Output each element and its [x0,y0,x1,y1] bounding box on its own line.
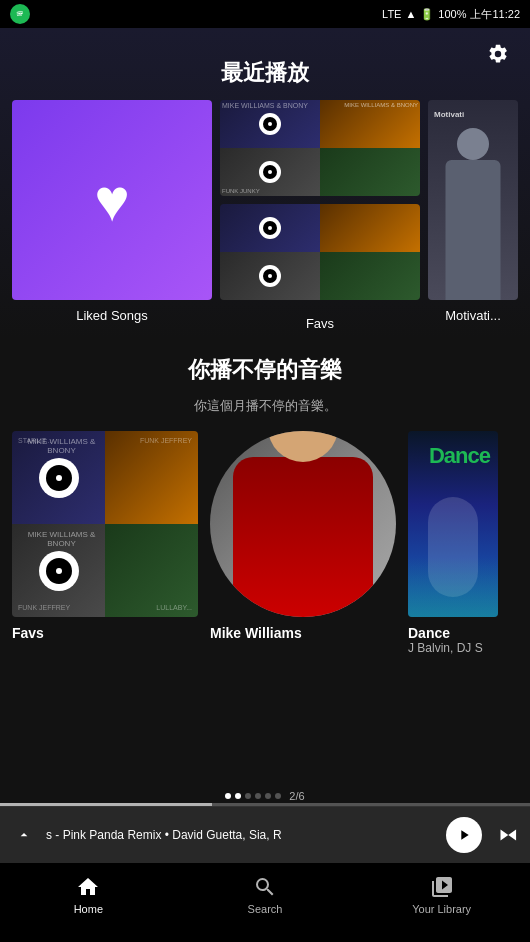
liked-songs-label: Liked Songs [12,308,212,323]
mike-williams-label: Mike Williams [210,625,396,641]
collapse-button[interactable] [12,823,36,847]
liked-songs-background: ♥ [12,100,212,300]
play-pause-button[interactable] [446,817,482,853]
now-playing-bar[interactable]: s - Pink Panda Remix • David Guetta, Sia… [0,806,530,862]
nav-item-home[interactable]: Home [0,875,177,915]
favs-bottom-art [220,204,420,300]
signal-icon: ▲ [405,8,416,20]
spotify-logo [10,4,30,24]
you-play-grid: MIKE WILLIAMS & BNONY FUNK JEFFREY LULLA… [12,431,518,659]
play-item-favs-art: MIKE WILLIAMS & BNONY FUNK JEFFREY LULLA… [12,431,198,617]
bottom-nav: Home Search Your Library [0,862,530,942]
recently-item-liked-songs[interactable]: ♥ Liked Songs [12,100,212,331]
nav-item-search[interactable]: Search [177,875,354,915]
favs-top-art: MIKE WILLIAMS & BNONY FUNK JUNKY [220,100,420,196]
recently-played-title: 最近播放 [12,58,518,88]
nav-item-library[interactable]: Your Library [353,875,530,915]
main-content: 最近播放 ♥ Liked Songs [0,28,530,806]
library-icon [430,875,454,899]
dot-2 [235,793,241,799]
now-playing-track: s - Pink Panda Remix • David Guetta, Sia… [46,828,436,842]
status-bar: LTE ▲ 🔋 100% 上午11:22 [0,0,530,28]
home-label: Home [74,903,103,915]
dot-4 [255,793,261,799]
svg-point-0 [15,9,25,19]
dot-5 [265,793,271,799]
progress-dots [225,793,281,799]
you-play-subtitle: 你這個月播不停的音樂。 [12,397,518,415]
liked-songs-art: ♥ [12,100,212,300]
play-item-mike-williams[interactable]: Mike Williams [210,431,396,655]
recently-played-section: 最近播放 ♥ Liked Songs [0,58,530,335]
you-play-title: 你播不停的音樂 [12,355,518,385]
search-label: Search [248,903,283,915]
recently-item-motivation[interactable]: Motivati Motivati... [428,100,518,331]
heart-icon: ♥ [94,166,130,235]
progress-info: 2/6 [0,790,530,802]
time: 上午11:22 [470,7,520,22]
mike-williams-art [210,431,396,617]
home-icon [76,875,100,899]
playback-controls [446,817,518,853]
you-play-section: 你播不停的音樂 你這個月播不停的音樂。 MIKE WILLIAMS & [0,355,530,659]
settings-button[interactable] [482,38,514,70]
play-item-favs[interactable]: MIKE WILLIAMS & BNONY FUNK JEFFREY LULLA… [12,431,198,655]
motivation-art: Motivati [428,100,518,300]
favs-label: Favs [220,316,420,331]
dot-6 [275,793,281,799]
progress-label: 2/6 [289,790,304,802]
dot-1 [225,793,231,799]
battery-level: 100% [438,8,466,20]
recently-played-grid: ♥ Liked Songs [12,100,518,335]
library-label: Your Library [412,903,471,915]
dance-sublabel: J Balvin, DJ S [408,641,498,655]
battery-icon: 🔋 [420,8,434,21]
motivation-label: Motivati... [428,308,518,323]
dot-3 [245,793,251,799]
dance-label: Dance [408,625,498,641]
network-type: LTE [382,8,401,20]
dance-art: Dance [408,431,498,617]
play-item-favs-label: Favs [12,625,198,641]
play-item-dance[interactable]: Dance Dance J Balvin, DJ S [408,431,498,655]
recently-item-favs[interactable]: MIKE WILLIAMS & BNONY FUNK JUNKY [220,100,420,331]
skip-next-button[interactable] [494,823,518,847]
search-icon [253,875,277,899]
